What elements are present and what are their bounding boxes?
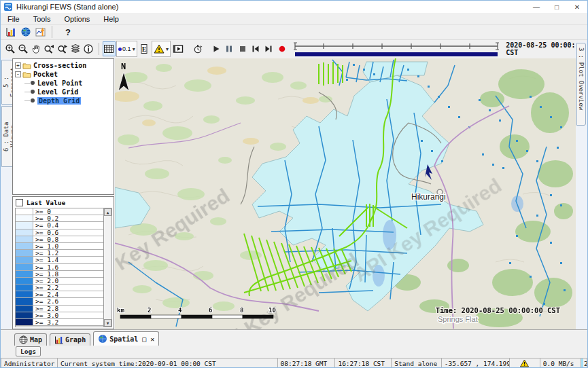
timeseries-dialog-button[interactable] [33,24,48,39]
record-button[interactable] [275,41,288,56]
go-to-end-button[interactable] [262,41,275,56]
legend-row[interactable]: >= 1.6 [16,264,103,271]
skip-to-start-icon [251,44,260,54]
go-to-start-button[interactable] [249,41,262,56]
legend-row[interactable]: >= 0.2 [16,215,103,222]
menu-file[interactable]: File [1,15,27,23]
hand-icon [31,43,41,54]
info-button[interactable] [82,41,95,56]
status-memory[interactable]: 2.5 GB [581,358,587,368]
left-tab-strip: 5 : Forecast 6 : Data Viewer [1,58,12,329]
app-logo-icon [4,3,12,11]
animation-player-button[interactable] [171,41,184,56]
tree-node-pocket[interactable]: - Pocket [15,70,114,78]
globe-icon [20,26,31,37]
zoom-previous-icon [44,43,54,54]
scroll-up-icon[interactable]: ▲ [104,208,111,216]
open-folder-icon [22,71,31,78]
legend-scrollbar[interactable]: ▲ ▼ [103,208,111,327]
tree-node-cross-section[interactable]: + Cross-section [15,61,114,69]
previous-zoom-button[interactable] [43,41,56,56]
legend-row[interactable]: >= 2.2 [16,284,103,291]
tab-maximize-icon[interactable]: □ [142,335,146,343]
map-display-button[interactable] [18,24,33,39]
legend-color-swatch [16,298,33,304]
contour-threshold-dropdown[interactable]: 0.1 ▾ [116,41,137,57]
zoom-in-button[interactable] [3,41,16,56]
legend-row-label: >= 3.0 [33,312,60,318]
legend-color-swatch [16,312,33,318]
scroll-down-icon[interactable]: ▼ [104,319,111,327]
legend-row[interactable]: >= 0.6 [16,229,103,236]
menu-options[interactable]: Options [57,15,97,23]
pause-button[interactable] [223,41,236,56]
scalar-charts-button[interactable] [3,24,18,39]
legend-color-swatch [16,291,33,297]
legend-row[interactable]: >= 0.4 [16,222,103,229]
legend-row[interactable]: >= 1.8 [16,271,103,278]
legend-row[interactable]: >= 2.4 [16,291,103,298]
next-zoom-button[interactable] [56,41,69,56]
layers-button[interactable] [69,41,82,56]
tab-spatial[interactable]: Spatial □ ✕ [93,331,159,346]
legend-row-label: >= 0 [33,208,53,215]
menu-tools[interactable]: Tools [27,15,58,23]
close-button[interactable]: ✕ [567,1,587,13]
legend-color-swatch [16,257,33,263]
window-title: Hikurangi FEWS (Stand alone) [16,3,118,11]
legend-row-label: >= 1.4 [33,257,60,263]
threshold-value: 0.1 [122,45,131,52]
legend-color-swatch [16,222,33,228]
svg-text:10: 10 [269,307,276,314]
tab-graph[interactable]: Graph [50,333,90,346]
legend-color-swatch [16,284,33,291]
legend-row[interactable]: >= 0.8 [16,236,103,243]
menu-bar: File Tools Options Help [1,13,587,25]
zoom-out-button[interactable] [16,41,29,56]
collapse-toggle-icon[interactable]: - [15,71,21,77]
export-animation-button[interactable] [191,41,204,56]
last-value-checkbox[interactable] [16,199,23,206]
legend-row-label: >= 3.2 [33,319,60,325]
tab-close-icon[interactable]: ✕ [150,335,154,343]
tab-plot-overview[interactable]: 3 : Plot Overview [576,43,586,126]
legend-row[interactable]: >= 1.0 [16,243,103,250]
tree-leaf-level-grid[interactable]: Level Grid [24,88,114,96]
maximize-button[interactable]: □ [547,1,567,13]
legend-row[interactable]: >= 3.0 [16,312,103,319]
zoom-in-icon [5,43,16,54]
timeseries-chart-icon [35,26,46,37]
tree-connector [24,92,30,92]
movie-player-icon [173,43,184,54]
legend-row[interactable]: >= 3.2 [16,319,103,326]
warning-triangle-icon [520,359,529,367]
title-bar[interactable]: Hikurangi FEWS (Stand alone) — □ ✕ [1,1,587,13]
bullet-icon [31,90,35,94]
menu-help[interactable]: Help [97,15,126,23]
map-canvas[interactable]: Hikurangi Springs Flat API Key Required … [115,58,576,329]
legend-row[interactable]: >= 2.8 [16,306,103,312]
logs-button[interactable]: Logs [16,346,41,356]
legend-row-label: >= 0.4 [33,222,60,228]
tree-leaf-label-selected: Depth Grid [37,97,81,105]
tree-leaf-level-point[interactable]: Level Point [24,79,114,87]
tab-map[interactable]: Map [14,333,47,346]
status-warning-cell[interactable] [509,358,540,368]
legend-row[interactable]: >= 2.0 [16,278,103,284]
thresholds-dropdown[interactable]: ▾ [152,41,171,57]
help-button[interactable]: ? [65,27,71,37]
minimize-button[interactable]: — [526,1,547,13]
play-button[interactable] [210,41,223,56]
legend-row[interactable]: >= 1.4 [16,257,103,263]
legend-row[interactable]: >= 2.6 [16,298,103,305]
tree-leaf-depth-grid[interactable]: Depth Grid [24,96,114,105]
legend-row[interactable]: >= 1.2 [16,250,103,257]
legend-row[interactable]: >= 0 [16,208,103,215]
scale-ruler-button[interactable]: E [138,41,151,56]
grid-display-button[interactable] [103,41,116,56]
stop-button[interactable] [236,41,249,56]
timeline-slider[interactable] [292,41,500,56]
pan-button[interactable] [30,41,43,56]
expand-toggle-icon[interactable]: + [15,62,21,69]
chevron-down-icon: ▾ [166,46,169,52]
